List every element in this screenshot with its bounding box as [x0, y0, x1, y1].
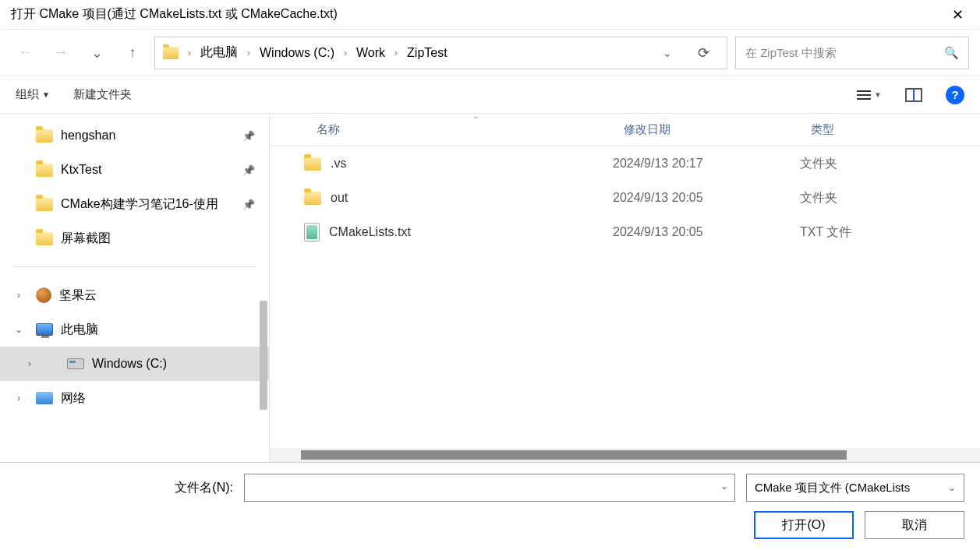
list-view-icon [857, 90, 871, 100]
sidebar-pinned-item[interactable]: 屏幕截图 [0, 221, 269, 256]
sort-indicator-icon: ⌃ [472, 115, 479, 124]
breadcrumb-item[interactable]: Windows (C:) [260, 46, 334, 60]
recent-dropdown[interactable]: ⌄ [83, 39, 111, 67]
cloud-icon [36, 287, 51, 303]
sidebar-tree-item[interactable]: ⌄此电脑 [0, 312, 269, 347]
chevron-down-icon: ⌄ [948, 482, 956, 493]
sidebar-scrollbar[interactable] [260, 301, 267, 410]
folder-icon [304, 157, 321, 171]
sidebar-pinned-item[interactable]: hengshan [0, 118, 269, 153]
close-button[interactable]: ✕ [946, 6, 969, 23]
breadcrumb-item[interactable]: ZipTest [407, 46, 448, 60]
search-input[interactable] [745, 46, 944, 59]
address-bar[interactable]: › 此电脑 › Windows (C:) › Work › ZipTest ⌄ … [154, 37, 727, 69]
scrollbar-thumb[interactable] [301, 450, 847, 460]
sidebar-pinned-item[interactable]: KtxTest [0, 153, 269, 187]
chevron-right-icon[interactable]: › [12, 290, 25, 301]
cancel-button[interactable]: 取消 [865, 511, 964, 539]
chevron-right-icon: › [188, 48, 191, 58]
chevron-down-icon[interactable]: ⌄ [12, 324, 25, 335]
chevron-right-icon: › [394, 48, 398, 58]
folder-icon [36, 232, 53, 245]
filename-label: 文件名(N): [175, 480, 233, 496]
column-date[interactable]: 修改日期 [613, 122, 800, 137]
folder-icon [36, 129, 53, 143]
column-headers: ⌃ 名称 修改日期 类型 [270, 114, 980, 146]
column-name[interactable]: 名称 [270, 122, 613, 137]
sidebar-tree-item[interactable]: ›坚果云 [0, 278, 269, 312]
breadcrumb-item[interactable]: 此电脑 [200, 44, 238, 61]
filetype-filter[interactable]: CMake 项目文件 (CMakeLists⌄ [746, 474, 964, 502]
folder-icon [36, 164, 53, 177]
file-list-pane: ⌃ 名称 修改日期 类型 .vs 2024/9/13 20:17 文件夹 out… [270, 114, 980, 462]
dialog-footer: 文件名(N): ⌄ CMake 项目文件 (CMakeLists⌄ 打开(O) … [0, 462, 980, 550]
navigation-sidebar: hengshan KtxTest CMake构建学习笔记16-使用 屏幕截图 ›… [0, 114, 270, 462]
file-list: .vs 2024/9/13 20:17 文件夹 out 2024/9/13 20… [270, 146, 980, 448]
help-button[interactable]: ? [946, 86, 964, 104]
navigation-bar: ← → ⌄ ↑ › 此电脑 › Windows (C:) › Work › Zi… [0, 30, 980, 76]
chevron-right-icon: › [344, 48, 347, 58]
open-button[interactable]: 打开(O) [754, 511, 854, 539]
network-icon [36, 392, 53, 404]
search-icon[interactable]: 🔍 [944, 46, 959, 60]
back-button[interactable]: ← [11, 39, 39, 67]
filename-input-wrap: ⌄ [244, 474, 735, 502]
sidebar-pinned-item[interactable]: CMake构建学习笔记16-使用 [0, 187, 269, 221]
chevron-right-icon: › [247, 48, 250, 58]
file-row[interactable]: CMakeLists.txt 2024/9/13 20:05 TXT 文件 [270, 215, 980, 249]
file-row[interactable]: .vs 2024/9/13 20:17 文件夹 [270, 146, 980, 181]
search-box[interactable]: 🔍 [735, 37, 969, 69]
sidebar-tree-item-selected[interactable]: ›Windows (C:) [0, 347, 269, 381]
address-dropdown[interactable]: ⌄ [656, 47, 678, 59]
toolbar: 组织▼ 新建文件夹 ▼ ? [0, 76, 980, 114]
text-file-icon [304, 223, 320, 242]
column-type[interactable]: 类型 [800, 122, 980, 137]
filename-history-dropdown[interactable]: ⌄ [720, 481, 728, 492]
horizontal-scrollbar[interactable] [270, 448, 980, 462]
breadcrumb-item[interactable]: Work [356, 46, 385, 60]
drive-icon [67, 358, 84, 369]
filename-input[interactable] [251, 474, 728, 501]
preview-pane-toggle[interactable] [905, 88, 922, 102]
sidebar-tree-item[interactable]: ›网络 [0, 381, 269, 415]
new-folder-button[interactable]: 新建文件夹 [73, 87, 132, 102]
chevron-right-icon[interactable]: › [12, 393, 25, 404]
titlebar: 打开 CMake 项目(通过 CMakeLists.txt 或 CMakeCac… [0, 0, 980, 30]
up-button[interactable]: ↑ [119, 39, 147, 67]
forward-button[interactable]: → [47, 39, 75, 67]
folder-icon [36, 198, 53, 211]
refresh-button[interactable]: ⟳ [688, 44, 719, 62]
divider [12, 266, 256, 267]
pc-icon [36, 323, 53, 336]
location-folder-icon [163, 47, 179, 59]
organize-menu[interactable]: 组织▼ [16, 87, 50, 102]
file-row[interactable]: out 2024/9/13 20:05 文件夹 [270, 181, 980, 215]
dialog-title: 打开 CMake 项目(通过 CMakeLists.txt 或 CMakeCac… [11, 6, 946, 23]
chevron-right-icon[interactable]: › [23, 358, 36, 369]
folder-icon [304, 192, 321, 205]
view-menu[interactable]: ▼ [857, 90, 882, 100]
